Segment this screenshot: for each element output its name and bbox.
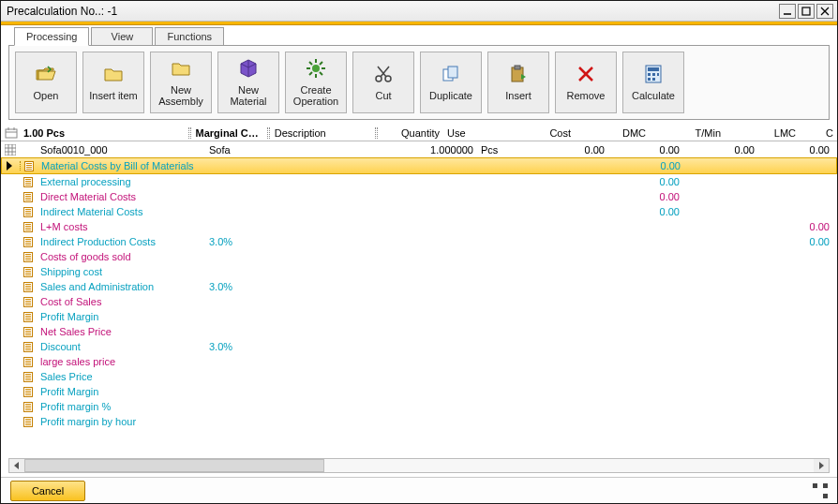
cube-icon: [238, 58, 259, 79]
row-dmc: 0.00: [608, 144, 683, 156]
tab-functions[interactable]: Functions: [155, 27, 224, 46]
row-indicator: [1, 144, 20, 156]
row-description: 3.0%: [205, 281, 412, 292]
calculate-button[interactable]: Calculate: [622, 52, 684, 113]
row-dmc: 0.00: [609, 160, 684, 171]
row-type-icon: [20, 297, 37, 307]
close-button[interactable]: [816, 4, 833, 19]
document-icon: [23, 177, 33, 187]
row-type-icon: [20, 207, 37, 217]
row-use: Pcs: [477, 144, 533, 156]
new-assembly-button[interactable]: New Assembly: [150, 52, 212, 113]
svg-rect-24: [648, 67, 659, 71]
table-row[interactable]: Discount3.0%: [1, 339, 837, 354]
row-name: Costs of goods sold: [37, 251, 205, 262]
row-name: External processing: [37, 176, 205, 187]
table-row[interactable]: large sales price: [1, 354, 837, 369]
table-row[interactable]: Costs of goods sold: [1, 249, 837, 264]
table-row[interactable]: Sofa0010_000Sofa1.000000Pcs0.000.000.000…: [1, 141, 837, 158]
table-row[interactable]: Indirect Material Costs0.00: [1, 204, 837, 219]
col-tmin[interactable]: T/Min: [650, 127, 725, 139]
cut-button[interactable]: Cut: [352, 52, 414, 113]
open-button[interactable]: Open: [15, 52, 77, 113]
insert-item-button[interactable]: Insert item: [82, 52, 144, 113]
table-row[interactable]: Sales Price: [1, 369, 837, 384]
document-icon: [23, 327, 33, 337]
footer-bar: Cancel: [1, 477, 837, 503]
horizontal-scrollbar[interactable]: [8, 458, 830, 473]
tab-view[interactable]: View: [91, 27, 153, 46]
document-icon: [23, 237, 33, 247]
cancel-button[interactable]: Cancel: [10, 481, 85, 501]
current-row-icon: [6, 161, 13, 170]
row-name: Sofa0010_000: [37, 144, 205, 156]
new-material-button[interactable]: New Material: [217, 52, 279, 113]
document-icon: [23, 342, 33, 352]
row-description: Sofa: [205, 144, 412, 156]
row-indicator-header: [1, 127, 20, 139]
svg-rect-1: [802, 7, 810, 15]
row-name: Profit Margin: [37, 386, 205, 397]
row-description: 3.0%: [205, 341, 412, 352]
scroll-left-button[interactable]: [9, 459, 24, 472]
maximize-button[interactable]: [798, 4, 815, 19]
resize-grip-icon[interactable]: [813, 483, 828, 498]
col-cost[interactable]: Cost: [500, 127, 575, 139]
col-description[interactable]: Description: [271, 127, 375, 139]
cancel-label: Cancel: [32, 485, 64, 497]
titlebar: Precalculation No..: -1: [1, 1, 837, 22]
table-row[interactable]: Direct Material Costs0.00: [1, 189, 837, 204]
svg-line-12: [309, 72, 312, 75]
row-lmc: 0.00: [758, 221, 833, 232]
document-icon: [23, 192, 33, 202]
column-header-row: 1.00 Pcs Marginal Cost Description Quant…: [1, 126, 837, 141]
scroll-right-button[interactable]: [814, 459, 829, 472]
create-operation-button[interactable]: Create Operation: [285, 52, 347, 113]
svg-rect-26: [652, 73, 655, 76]
table-row[interactable]: Cost of Sales: [1, 294, 837, 309]
duplicate-label: Duplicate: [429, 90, 472, 101]
insert-button[interactable]: Insert: [487, 52, 549, 113]
table-row[interactable]: Profit Margin: [1, 309, 837, 324]
table-row[interactable]: Net Sales Price: [1, 324, 837, 339]
svg-line-11: [320, 62, 322, 65]
table-row[interactable]: External processing0.00: [1, 174, 837, 189]
row-type-icon: [20, 312, 37, 322]
row-indicator: [2, 161, 21, 170]
svg-rect-25: [648, 73, 651, 76]
row-name: Discount: [37, 341, 205, 352]
col-use[interactable]: Use: [443, 127, 500, 139]
table-row[interactable]: Profit Margin: [1, 384, 837, 399]
scroll-track[interactable]: [24, 459, 814, 472]
table-row[interactable]: Profit margin by hour: [1, 414, 837, 429]
row-type-icon: [20, 267, 37, 277]
row-type-icon: [20, 402, 37, 412]
tab-processing[interactable]: Processing: [14, 27, 89, 46]
document-icon: [23, 387, 33, 397]
col-marginal[interactable]: Marginal Cost: [192, 127, 268, 139]
scroll-thumb[interactable]: [24, 459, 324, 472]
col-qty-pcs[interactable]: 1.00 Pcs: [20, 127, 188, 139]
col-lmc[interactable]: LMC: [725, 127, 800, 139]
table-row[interactable]: L+M costs0.00: [1, 219, 837, 234]
duplicate-button[interactable]: Duplicate: [420, 52, 482, 113]
table-row[interactable]: Shipping cost: [1, 264, 837, 279]
col-quantity[interactable]: Quantity: [378, 127, 443, 139]
svg-point-4: [312, 65, 320, 72]
col-dmc[interactable]: DMC: [575, 127, 650, 139]
row-type-icon: [20, 252, 37, 262]
folder-open-icon: [36, 64, 56, 84]
row-name: Shipping cost: [37, 266, 205, 277]
table-row[interactable]: Material Costs by Bill of Materials0.00: [1, 157, 837, 174]
table-row[interactable]: Indirect Production Costs3.0%0.00: [1, 234, 837, 249]
remove-button[interactable]: Remove: [555, 52, 617, 113]
delete-icon: [576, 64, 596, 84]
minimize-button[interactable]: [779, 4, 796, 19]
calculate-label: Calculate: [632, 90, 675, 101]
calculator-icon: [643, 64, 664, 84]
table-row[interactable]: Sales and Administration3.0%: [1, 279, 837, 294]
col-c[interactable]: C: [800, 127, 837, 139]
table-row[interactable]: Profit margin %: [1, 399, 837, 414]
row-type-icon: [20, 177, 37, 187]
row-type-icon: [20, 342, 37, 352]
